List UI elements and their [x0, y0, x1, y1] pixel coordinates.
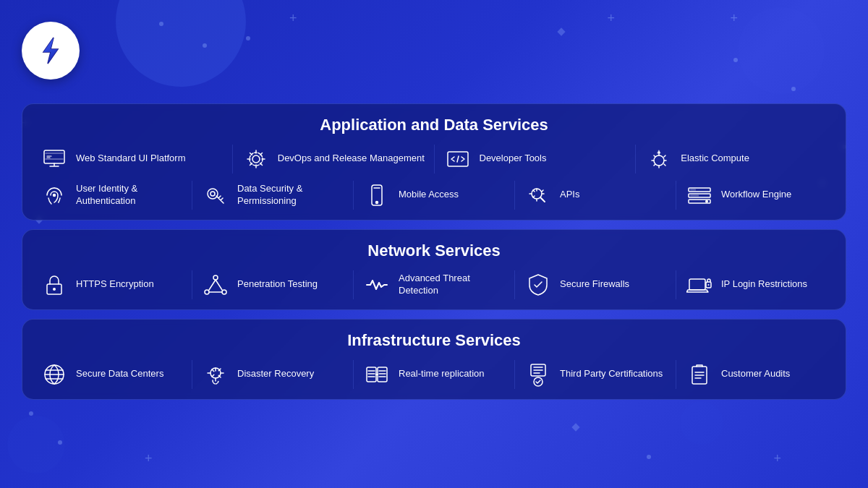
realtime-replication-label: Real-time replication	[399, 368, 485, 380]
fingerprint-icon	[40, 181, 69, 210]
medal-icon	[524, 360, 553, 389]
laptop-lock-icon	[685, 270, 714, 299]
developer-tools-label: Developer Tools	[480, 153, 547, 165]
item-advanced-threat: Advanced Threat Detection	[362, 270, 506, 299]
network-section-title: Network Services	[40, 241, 828, 260]
apis-label: APIs	[560, 189, 579, 201]
item-mobile-access: Mobile Access	[362, 181, 506, 210]
network-items-row: HTTPS Encryption Penetration Testing A	[40, 270, 828, 299]
gear-warning-icon	[644, 145, 673, 174]
database-icon	[362, 360, 391, 389]
code-icon	[443, 145, 472, 174]
item-secure-data-centers: Secure Data Centers	[40, 360, 183, 389]
network-icon	[201, 270, 230, 299]
application-section: Application and Data Services Web Standa…	[22, 103, 846, 221]
ip-login-label: IP Login Restrictions	[721, 278, 807, 291]
item-secure-firewalls: Secure Firewalls	[524, 270, 667, 299]
item-developer-tools: Developer Tools	[443, 145, 627, 174]
penetration-label: Penetration Testing	[237, 278, 318, 291]
item-elastic-compute: Elastic Compute	[644, 145, 828, 174]
item-data-security: Data Security & Permissioning	[201, 181, 344, 210]
logo	[22, 22, 80, 80]
lock-icon	[40, 270, 69, 299]
svg-point-3	[252, 155, 260, 163]
item-third-party-cert: Third Party Certifications	[524, 360, 667, 389]
item-devops: DevOps and Release Management	[242, 145, 425, 174]
secure-firewalls-label: Secure Firewalls	[560, 278, 629, 291]
svg-rect-2	[44, 150, 64, 163]
gear-recovery-icon	[201, 360, 230, 389]
item-apis: APIs	[524, 181, 667, 210]
mobile-access-label: Mobile Access	[399, 189, 459, 201]
globe-icon	[40, 360, 69, 389]
item-customer-audits: Customer Audits	[685, 360, 828, 389]
infrastructure-section-title: Infrastructure Services	[40, 331, 828, 350]
customer-audits-label: Customer Audits	[721, 368, 790, 380]
workflow-engine-label: Workflow Engine	[721, 189, 791, 201]
user-identity-label: User Identity & Authentication	[76, 183, 183, 207]
item-realtime-replication: Real-time replication	[362, 360, 506, 389]
gear-refresh-icon	[242, 145, 271, 174]
disaster-recovery-label: Disaster Recovery	[237, 368, 314, 380]
item-penetration-testing: Penetration Testing	[201, 270, 344, 299]
svg-point-7	[54, 194, 56, 196]
svg-rect-17	[690, 194, 699, 196]
web-standard-label: Web Standard UI Platform	[76, 153, 186, 165]
data-security-label: Data Security & Permissioning	[237, 183, 344, 207]
infrastructure-section: Infrastructure Services Secure Data Cent…	[22, 319, 846, 400]
workflow-icon	[685, 181, 714, 210]
svg-rect-24	[689, 279, 705, 290]
mobile-icon	[362, 181, 391, 210]
application-row-2: User Identity & Authentication Data Secu…	[40, 181, 828, 210]
secure-data-centers-label: Secure Data Centers	[76, 368, 163, 380]
infrastructure-items-row: Secure Data Centers Disaster Recovery	[40, 360, 828, 389]
svg-point-23	[222, 290, 226, 294]
third-party-cert-label: Third Party Certifications	[560, 368, 663, 380]
clipboard-icon	[685, 360, 714, 389]
item-user-identity: User Identity & Authentication	[40, 181, 183, 210]
elastic-compute-label: Elastic Compute	[681, 153, 749, 165]
application-section-title: Application and Data Services	[40, 116, 828, 134]
svg-point-22	[205, 290, 209, 294]
https-label: HTTPS Encryption	[76, 278, 154, 291]
application-row-1: Web Standard UI Platform DevOps and Rele…	[40, 145, 828, 174]
svg-point-8	[208, 189, 218, 199]
svg-rect-30	[378, 367, 387, 382]
svg-point-26	[708, 284, 710, 286]
svg-point-9	[210, 192, 215, 196]
gear-search-icon	[524, 181, 553, 210]
devops-label: DevOps and Release Management	[278, 153, 425, 165]
svg-rect-29	[367, 367, 376, 382]
network-section: Network Services HTTPS Encryption Penetr…	[22, 229, 846, 310]
svg-point-11	[376, 201, 378, 203]
monitor-icon	[40, 145, 69, 174]
advanced-threat-label: Advanced Threat Detection	[399, 273, 506, 297]
svg-point-21	[213, 275, 218, 280]
shield-icon	[524, 270, 553, 299]
item-ip-login: IP Login Restrictions	[685, 270, 828, 299]
key-icon	[201, 181, 230, 210]
item-https-encryption: HTTPS Encryption	[40, 270, 183, 299]
item-workflow-engine: Workflow Engine	[685, 181, 828, 210]
svg-point-20	[53, 288, 56, 291]
item-disaster-recovery: Disaster Recovery	[201, 360, 344, 389]
pulse-icon	[362, 270, 391, 299]
svg-point-18	[705, 200, 708, 202]
item-web-standard-ui: Web Standard UI Platform	[40, 145, 224, 174]
svg-rect-16	[690, 189, 696, 190]
